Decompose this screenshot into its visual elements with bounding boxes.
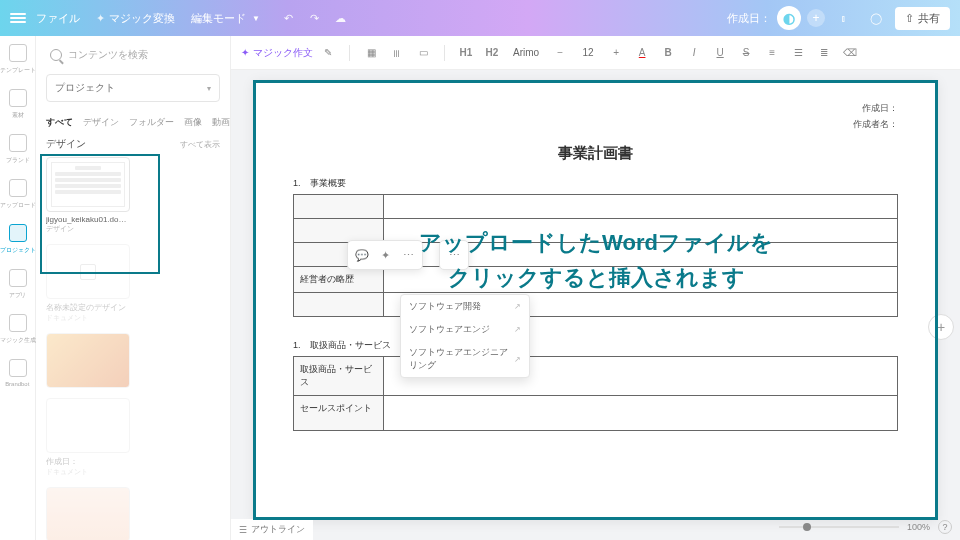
- search-input[interactable]: コンテンツを検索: [46, 44, 220, 66]
- add-page-button[interactable]: +: [928, 314, 954, 340]
- editor-toolbar: ✦マジック作文 ✎ ▦ ⫼ ▭ H1 H2 Arimo − 12 + A B I…: [231, 36, 960, 70]
- chevron-down-icon: ▾: [207, 84, 211, 93]
- help-icon[interactable]: ?: [938, 520, 952, 534]
- numlist-icon[interactable]: ≣: [813, 42, 835, 64]
- thumb-photo[interactable]: [46, 333, 130, 388]
- doc-meta-author: 作成者名：: [293, 116, 898, 132]
- edit-icon[interactable]: ✎: [317, 42, 339, 64]
- show-all[interactable]: すべて表示: [180, 139, 220, 150]
- table-products[interactable]: 取扱商品・サービス セールスポイント: [293, 356, 898, 431]
- sidebar: コンテンツを検索 プロジェクト▾ すべて デザイン フォルダー 画像 動画 デザ…: [36, 36, 231, 540]
- suggest-item[interactable]: ソフトウェア開発↗: [401, 295, 529, 318]
- more-icon[interactable]: ⋯: [398, 245, 418, 265]
- section-2: 1. 取扱商品・サービス: [293, 339, 898, 352]
- font-size[interactable]: 12: [575, 47, 601, 58]
- edit-mode[interactable]: 編集モード▼: [191, 11, 260, 26]
- h1-button[interactable]: H1: [455, 42, 477, 64]
- cloud-sync-icon[interactable]: ☁: [330, 7, 352, 29]
- arrow-icon: ↗: [514, 302, 521, 311]
- upload-icon: ⇧: [905, 12, 914, 25]
- floating-toolbar-2[interactable]: ⋯: [439, 240, 469, 270]
- rail-elements[interactable]: 素材: [0, 89, 36, 120]
- magic-write[interactable]: ✦マジック作文: [241, 46, 313, 60]
- thumb-untitled[interactable]: 名称未設定のデザインドキュメント: [46, 244, 130, 323]
- suggest-item[interactable]: ソフトウェアエンジ↗: [401, 318, 529, 341]
- section-design: デザイン: [46, 137, 86, 151]
- tab-folder[interactable]: フォルダー: [129, 116, 174, 129]
- magic-convert[interactable]: ✦マジック変換: [96, 11, 175, 26]
- tab-design[interactable]: デザイン: [83, 116, 119, 129]
- tab-video[interactable]: 動画: [212, 116, 230, 129]
- file-menu[interactable]: ファイル: [36, 11, 80, 26]
- top-bar: ファイル ✦マジック変換 編集モード▼ ↶ ↷ ☁ 作成日： ◐ + ⫾ ◯ ⇧…: [0, 0, 960, 36]
- align-icon[interactable]: ≡: [761, 42, 783, 64]
- sparkle-icon: ✦: [241, 47, 249, 58]
- font-plus[interactable]: +: [605, 42, 627, 64]
- list-icon: ☰: [239, 525, 247, 535]
- left-rail: テンプレート 素材 ブランド アップロード プロジェクト アプリ マジック生成 …: [0, 36, 36, 540]
- search-icon: [50, 49, 62, 61]
- chart-icon[interactable]: ⫾: [833, 7, 855, 29]
- strike-button[interactable]: S: [735, 42, 757, 64]
- arrow-icon: ↗: [514, 325, 521, 334]
- doc-meta-date: 作成日：: [293, 100, 898, 116]
- thumb-created[interactable]: 作成日：ドキュメント: [46, 398, 130, 477]
- comment-icon[interactable]: 💬: [352, 245, 372, 265]
- rail-templates[interactable]: テンプレート: [0, 44, 36, 75]
- rail-magic[interactable]: マジック生成: [0, 314, 36, 345]
- grid-icon[interactable]: ▦: [360, 42, 382, 64]
- h2-button[interactable]: H2: [481, 42, 503, 64]
- thumb-uploaded-doc[interactable]: jigyou_keikaku01.do…デザイン: [46, 157, 130, 234]
- suggestion-popup[interactable]: ソフトウェア開発↗ ソフトウェアエンジ↗ ソフトウェアエンジニアリング↗: [400, 294, 530, 378]
- undo-icon[interactable]: ↶: [278, 7, 300, 29]
- underline-button[interactable]: U: [709, 42, 731, 64]
- italic-button[interactable]: I: [683, 42, 705, 64]
- rail-brandbot[interactable]: Brandbot: [0, 359, 36, 387]
- clear-format-icon[interactable]: ⌫: [839, 42, 861, 64]
- columns-icon[interactable]: ⫼: [386, 42, 408, 64]
- outline-button[interactable]: ☰アウトライン: [231, 519, 313, 540]
- comment-icon[interactable]: ◯: [865, 7, 887, 29]
- sidebar-tabs: すべて デザイン フォルダー 画像 動画: [46, 116, 220, 129]
- list-icon[interactable]: ☰: [787, 42, 809, 64]
- floating-toolbar[interactable]: 💬 ✦ ⋯: [347, 240, 423, 270]
- created-label: 作成日：: [727, 11, 771, 26]
- sparkle-icon[interactable]: ✦: [375, 245, 395, 265]
- zoom-control[interactable]: 100% ?: [779, 520, 952, 534]
- canvas-area: ✦マジック作文 ✎ ▦ ⫼ ▭ H1 H2 Arimo − 12 + A B I…: [231, 36, 960, 540]
- redo-icon[interactable]: ↷: [304, 7, 326, 29]
- hamburger-icon[interactable]: [10, 11, 26, 25]
- rail-projects[interactable]: プロジェクト: [0, 224, 36, 255]
- project-select[interactable]: プロジェクト▾: [46, 74, 220, 102]
- section-1: 1. 事業概要: [293, 177, 898, 190]
- font-select[interactable]: Arimo: [507, 45, 545, 60]
- zoom-value: 100%: [907, 522, 930, 532]
- bold-button[interactable]: B: [657, 42, 679, 64]
- add-member-icon[interactable]: +: [807, 9, 825, 27]
- suggest-item[interactable]: ソフトウェアエンジニアリング↗: [401, 341, 529, 377]
- margin-icon[interactable]: ▭: [412, 42, 434, 64]
- arrow-icon: ↗: [514, 355, 521, 364]
- tab-all[interactable]: すべて: [46, 116, 73, 129]
- share-button[interactable]: ⇧共有: [895, 7, 950, 30]
- zoom-slider[interactable]: [779, 526, 899, 528]
- rail-brand[interactable]: ブランド: [0, 134, 36, 165]
- doc-title: 事業計画書: [293, 144, 898, 163]
- rail-upload[interactable]: アップロード: [0, 179, 36, 210]
- more-icon[interactable]: ⋯: [444, 245, 464, 265]
- rail-apps[interactable]: アプリ: [0, 269, 36, 300]
- chevron-down-icon: ▼: [252, 14, 260, 23]
- avatar[interactable]: ◐: [777, 6, 801, 30]
- sparkle-icon: ✦: [96, 12, 105, 25]
- font-minus[interactable]: −: [549, 42, 571, 64]
- document-page[interactable]: 作成日： 作成者名： 事業計画書 1. 事業概要 経営者の略歴 1. 取扱商品・…: [253, 80, 938, 520]
- thumb-macaron[interactable]: マカロンカラー パ…チラシ（A4）: [46, 487, 130, 540]
- text-color[interactable]: A: [631, 42, 653, 64]
- tab-image[interactable]: 画像: [184, 116, 202, 129]
